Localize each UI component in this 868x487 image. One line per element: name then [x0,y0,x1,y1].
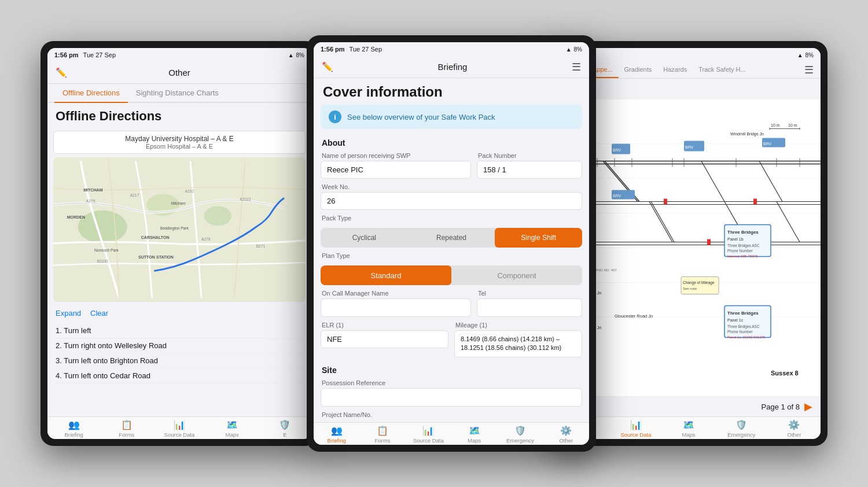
pack-type-row: Pack Type [314,212,589,226]
tab-track-safety[interactable]: Track Safety H... [693,62,752,78]
single-shift-btn[interactable]: Single Shift [495,228,582,248]
right-tab-other[interactable]: ⚙️ Other [768,419,821,438]
map-container[interactable]: A279 A217 A232 A2022 A278 B271 B2230 MIT… [53,157,306,302]
left-nav-bar: ✏️ Other [47,62,311,84]
project-row: Project Name/No. [314,409,589,422]
left-tab-briefing[interactable]: 👥 Briefing [47,419,100,438]
week-group: Week No. 26 [321,183,582,210]
left-bottom-tab-bar: 👥 Briefing 📋 Forms 📊 Source Data 🗺️ Maps… [47,416,311,439]
center-tab-forms[interactable]: 📋 Forms [359,425,405,444]
wifi-icon-right: ▲ [797,52,803,58]
source-icon: 📊 [174,419,185,430]
direction-4: 4. Turn left onto Cedar Road [56,368,303,383]
center-tab-other[interactable]: ⚙️ Other [543,425,589,444]
elr-group: ELR (1) NFE [321,322,448,357]
plan-type-label: Plan Type [321,252,582,259]
svg-text:MORDEN: MORDEN [67,215,86,220]
center-tab-source[interactable]: 📊 Source Data [406,425,451,444]
svg-rect-83 [664,199,667,205]
center-tab-briefing[interactable]: 👥 Briefing [314,425,359,444]
edit-icon[interactable]: ✏️ [56,67,67,78]
battery-center: 8% [574,46,582,53]
center-tab-maps[interactable]: 🗺️ Maps [451,425,497,444]
svg-text:Nonsuch Park: Nonsuch Park [94,248,119,252]
left-tab-maps[interactable]: 🗺️ Maps [206,419,259,438]
svg-text:Beddington Park: Beddington Park [160,226,189,231]
left-tab-forms[interactable]: 📋 Forms [100,419,153,438]
name-label: Name of person receiving SWP [321,152,471,159]
svg-rect-85 [753,199,757,205]
direction-2: 2. Turn right onto Wellesley Road [56,338,303,353]
svg-text:A278: A278 [201,237,211,241]
source-label-center: Source Data [413,437,444,444]
pack-input[interactable]: 158 / 1 [477,161,582,179]
tel-group: Tel [477,290,582,317]
source-icon-right: 📊 [630,419,642,430]
clear-button[interactable]: Clear [90,309,108,318]
tab-sighting-charts[interactable]: Sighting Distance Charts [128,84,227,103]
oncall-tel-row: On Call Manager Name Tel [314,287,589,319]
svg-text:BRV: BRV [763,142,772,146]
oncall-label: On Call Manager Name [321,290,471,297]
center-edit-icon[interactable]: ✏️ [322,61,333,72]
right-tab-emergency[interactable]: 🛡️ Emergency [715,419,768,438]
emergency-label-left: E [283,431,286,438]
pack-label: Pack Number [477,152,582,159]
left-status-icons: ▲ 8% [288,52,304,58]
mileage-group: Mileage (1) 8.1469 (8.66 chains) (14.218… [454,322,582,357]
tab-hazards[interactable]: Hazards [657,62,693,78]
elr-input[interactable]: NFE [321,330,448,348]
expand-clear-row: Expand Clear [47,305,311,321]
tab-offline-directions[interactable]: Offline Directions [54,84,128,103]
svg-text:Windmill Bridge Jn: Windmill Bridge Jn [730,132,764,136]
week-label: Week No. [321,183,582,190]
center-tab-emergency[interactable]: 🛡️ Emergency [497,425,543,444]
component-btn[interactable]: Component [451,265,582,285]
right-menu-icon[interactable]: ☰ [800,64,818,76]
center-scroll[interactable]: Cover information i See below overview o… [314,78,589,422]
cyclical-btn[interactable]: Cyclical [321,228,408,248]
left-status-bar: 1:56 pm Tue 27 Sep ▲ 8% [47,48,311,62]
right-tab-maps[interactable]: 🗺️ Maps [662,419,715,438]
svg-text:See note: See note [683,287,697,290]
left-nav-title: Other [168,68,190,78]
mileage-input[interactable]: 8.1469 (8.66 chains) (14.218 km) – 18.12… [454,330,582,357]
map-search-bar: Mayday University Hospital – A & E Epsom… [53,131,306,154]
svg-point-1 [78,211,127,244]
expand-button[interactable]: Expand [56,309,81,318]
svg-text:Three Bridges ASC: Three Bridges ASC [727,244,760,248]
center-status-icons: ▲ 8% [566,46,582,53]
next-page-icon[interactable]: ▶ [804,400,812,413]
battery-right: 8% [806,52,814,58]
svg-text:BRV: BRV [685,145,694,149]
forms-label: Forms [119,431,134,438]
plan-type-row: Plan Type [314,250,589,263]
name-group: Name of person receiving SWP Reece PIC [321,152,471,179]
svg-text:B271: B271 [256,244,266,248]
standard-btn[interactable]: Standard [321,265,451,285]
repeated-btn[interactable]: Repeated [408,228,495,248]
svg-text:Panel 1c: Panel 1c [727,318,744,322]
center-menu-icon[interactable]: ☰ [572,61,581,73]
svg-text:A279: A279 [86,199,95,203]
svg-text:Panel 1b: Panel 1b [727,237,744,241]
week-input[interactable]: 26 [321,192,582,210]
maps-icon-center: 🗺️ [469,425,480,436]
briefing-icon: 👥 [68,419,80,430]
map-search-line1: Mayday University Hospital – A & E [60,135,299,143]
left-tab-emergency[interactable]: 🛡️ E [259,419,311,438]
possession-input[interactable] [321,388,582,407]
svg-text:BRV: BRV [613,148,621,152]
other-label-right: Other [788,431,801,438]
tab-gradients[interactable]: Gradients [619,62,658,78]
cover-title: Cover information [314,78,589,105]
svg-text:Three Bridges: Three Bridges [727,311,759,316]
tel-input[interactable] [477,298,582,317]
maps-label-center: Maps [468,437,481,444]
name-input[interactable]: Reece PIC [321,161,471,179]
week-row: Week No. 26 [314,181,589,212]
svg-text:B2230: B2230 [97,259,108,263]
right-tab-source[interactable]: 📊 Source Data [609,419,662,438]
oncall-input[interactable] [321,298,471,317]
left-tab-source[interactable]: 📊 Source Data [153,419,205,438]
